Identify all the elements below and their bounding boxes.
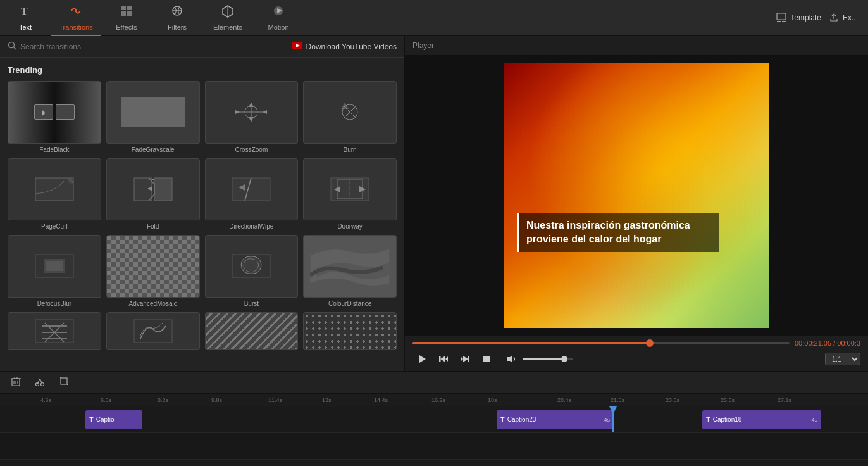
caption-text: Nuestra inspiración gastronómica provien… (526, 220, 690, 244)
clip-label: Caption18 (713, 416, 742, 423)
ratio-select[interactable]: 1:1 16:9 9:16 4:3 (825, 353, 860, 365)
svg-marker-22 (249, 103, 254, 107)
svg-point-1 (75, 9, 77, 12)
toolbar-effects[interactable]: Effects (101, 0, 152, 36)
toolbar-transitions-label: Transitions (59, 23, 92, 31)
caption-clip-mid[interactable]: T Caption23 4s (497, 410, 614, 429)
toolbar-elements[interactable]: Elements (202, 0, 253, 36)
pagecurl-label: PageCurl (41, 223, 68, 230)
ruler-mark: 18s (488, 397, 497, 403)
time-display: 00:00:21.05 / 00:00:3 (795, 339, 860, 347)
transition-crosszoom[interactable]: CrossZoom (205, 81, 299, 153)
volume-track[interactable] (523, 358, 573, 360)
transition-fold[interactable]: Fold (106, 158, 200, 230)
download-label: Download YouTube Videos (306, 42, 397, 51)
transition-burst[interactable]: Burst (205, 235, 299, 307)
svg-rect-12 (777, 13, 786, 20)
playhead[interactable] (612, 406, 614, 432)
export-icon (829, 13, 839, 23)
search-input[interactable] (20, 42, 134, 51)
svg-marker-54 (419, 355, 426, 363)
transition-row4d[interactable] (303, 312, 397, 353)
ruler-mark: 6.5s (101, 397, 111, 403)
download-youtube-button[interactable]: Download YouTube Videos (292, 42, 397, 51)
timeline-tracks: T Captio T Caption23 4s T Caption18 4s (0, 406, 868, 466)
toolbar-text-label: Text (19, 23, 32, 31)
skip-forward-button[interactable] (456, 351, 474, 367)
export-button[interactable]: Ex... (829, 13, 858, 23)
ruler-marks: 4.6s 6.5s 8.2s 9.8s 11.4s 13s 14.4s 16.2… (3, 394, 865, 406)
timeline-cut-button[interactable] (32, 374, 48, 391)
ruler-mark: 20.4s (557, 397, 571, 403)
track-row-2 (0, 433, 868, 460)
ruler-mark: 21.8s (611, 397, 624, 403)
svg-rect-45 (46, 261, 63, 271)
effects-icon (120, 4, 133, 21)
svg-marker-62 (507, 355, 512, 363)
skip-back-button[interactable] (434, 351, 453, 367)
cut-icon (34, 375, 46, 387)
clip-icon: T (89, 416, 94, 424)
transition-row4c[interactable] (205, 312, 299, 353)
transition-fadegrayscale[interactable]: FadeGrayscale (106, 81, 200, 153)
transition-advancedmosaic[interactable]: AdvancedMosaic (106, 235, 200, 307)
svg-rect-3 (127, 6, 132, 10)
ruler-mark: 13s (322, 397, 332, 403)
elements-icon (221, 4, 235, 21)
video-caption: Nuestra inspiración gastronómica provien… (517, 213, 719, 252)
transition-defocusblur[interactable]: DefocusBlur (8, 235, 101, 307)
transitions-panel: Download YouTube Videos Trending ◗ FadeB… (0, 36, 405, 371)
play-button[interactable] (412, 351, 431, 367)
ruler-mark: 25.3s (721, 397, 735, 403)
ruler-mark: 27.1s (778, 397, 791, 403)
timeline-crop-button[interactable] (56, 374, 72, 391)
progress-bar-wrap: 00:00:21.05 / 00:00:3 (405, 336, 868, 348)
toolbar-transitions[interactable]: Transitions (51, 0, 101, 36)
svg-rect-74 (61, 378, 67, 384)
template-button[interactable]: Template (776, 13, 821, 23)
svg-text:T: T (21, 6, 28, 16)
ruler-mark: 16.2s (431, 397, 445, 403)
svg-rect-2 (121, 6, 126, 10)
transition-row4a[interactable] (8, 312, 101, 353)
clip-icon: T (500, 416, 505, 424)
transition-row4b[interactable] (106, 312, 200, 353)
svg-rect-30 (35, 178, 73, 201)
transition-directionalwipe[interactable]: DirectionalWipe (205, 158, 299, 230)
svg-point-15 (9, 42, 15, 48)
toolbar-filters-label: Filters (168, 23, 187, 31)
svg-rect-32 (154, 178, 172, 201)
svg-marker-56 (445, 356, 448, 362)
toolbar-motion[interactable]: Motion (253, 0, 304, 36)
svg-marker-24 (235, 110, 240, 114)
transition-burn[interactable]: Burn (303, 81, 397, 153)
svg-rect-13 (777, 21, 781, 22)
volume-button[interactable] (501, 351, 520, 367)
progress-track[interactable] (412, 342, 790, 344)
svg-marker-55 (440, 356, 445, 362)
ruler-mark: 11.4s (268, 397, 282, 403)
text-icon: T (18, 4, 32, 21)
svg-rect-57 (439, 356, 441, 362)
svg-rect-35 (232, 178, 270, 201)
filters-icon (170, 4, 184, 21)
track-row-1: T Captio T Caption23 4s T Caption18 4s (0, 406, 868, 433)
toolbar-filters[interactable]: Filters (152, 0, 202, 36)
caption-clip-left[interactable]: T Captio (85, 410, 142, 429)
ruler-mark: 14.4s (374, 397, 388, 403)
transition-pagecurl[interactable]: PageCurl (8, 158, 101, 230)
transition-doorway[interactable]: Doorway (303, 158, 397, 230)
template-label: Template (790, 13, 821, 22)
main-area: Download YouTube Videos Trending ◗ FadeB… (0, 36, 868, 371)
toolbar-text[interactable]: T Text (0, 0, 51, 36)
crop-icon (58, 375, 70, 387)
crosszoom-label: CrossZoom (235, 146, 268, 153)
stop-button[interactable] (477, 351, 496, 367)
caption-clip-right[interactable]: T Caption18 4s (702, 410, 821, 429)
search-input-wrap[interactable] (8, 41, 134, 52)
transition-colourdistance[interactable]: ColourDistance (303, 235, 397, 307)
transitions-icon (69, 4, 83, 21)
timeline-delete-button[interactable] (8, 374, 24, 391)
svg-rect-53 (134, 320, 172, 343)
transition-fadeblack[interactable]: ◗ FadeBlack (8, 81, 101, 153)
